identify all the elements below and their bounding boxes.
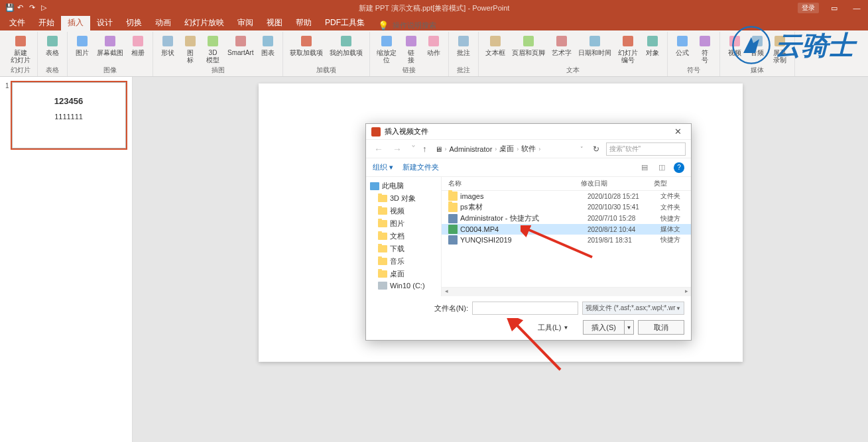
ribbon-button[interactable]: 幻灯片编号 — [615, 33, 641, 65]
ribbon-button[interactable]: 图表 — [257, 33, 279, 58]
column-name[interactable]: 名称 — [442, 179, 581, 188]
ribbon-button[interactable]: 图标 — [180, 33, 201, 65]
tree-item[interactable]: 视频 — [366, 205, 441, 217]
ribbon-button[interactable]: 3D模型 — [202, 33, 223, 65]
tab-animations[interactable]: 动画 — [149, 15, 178, 30]
tab-help[interactable]: 帮助 — [289, 15, 318, 30]
breadcrumb-seg-0[interactable]: Administrator — [450, 145, 493, 153]
tree-item[interactable]: 桌面 — [366, 268, 441, 280]
filetype-dropdown[interactable]: 视频文件 (*.asf;*.asx;*.wpl;*.wr ▼ — [582, 302, 684, 315]
ribbon-button[interactable]: 我的加载项 — [327, 33, 365, 58]
ribbon-button[interactable]: 缩放定位 — [374, 33, 399, 65]
tree-item[interactable]: 下载 — [366, 243, 441, 255]
view-options-icon[interactable]: ▤ — [639, 162, 650, 173]
ribbon-button[interactable]: 相册 — [127, 33, 149, 58]
ribbon-button[interactable]: 艺术字 — [549, 33, 574, 58]
organize-button[interactable]: 组织 ▾ — [373, 162, 393, 172]
undo-icon[interactable]: ↶ — [17, 3, 27, 13]
chevron-right-icon: › — [517, 146, 519, 152]
tab-design[interactable]: 设计 — [90, 15, 119, 30]
ribbon-display-options-icon[interactable]: ▭ — [823, 0, 845, 16]
tab-review[interactable]: 审阅 — [231, 15, 260, 30]
ribbon-button[interactable]: 新建幻灯片 — [8, 33, 33, 65]
ribbon-button[interactable]: 对象 — [642, 33, 663, 58]
file-type: 文件夹 — [660, 192, 680, 201]
tab-file[interactable]: 文件 — [3, 15, 32, 30]
breadcrumb-seg-1[interactable]: 桌面 — [499, 144, 514, 154]
login-button[interactable]: 登录 — [798, 3, 819, 13]
breadcrumb-seg-2[interactable]: 软件 — [521, 144, 536, 154]
slide-thumbnail-1[interactable]: 1 123456 1111111 — [5, 82, 127, 148]
help-icon[interactable]: ? — [674, 162, 684, 173]
svg-rect-20 — [623, 36, 633, 46]
forward-icon[interactable]: → — [390, 144, 404, 154]
back-icon[interactable]: ← — [371, 144, 386, 154]
breadcrumb[interactable]: 🖥 › Administrator › 桌面 › 软件 › ˅ — [431, 144, 587, 154]
horizontal-scrollbar[interactable]: ◂ ▸ — [442, 287, 691, 296]
tree-item[interactable]: 文档 — [366, 230, 441, 243]
svg-rect-16 — [490, 36, 501, 46]
refresh-icon[interactable]: ↻ — [590, 144, 602, 154]
ribbon-button[interactable]: 动作 — [423, 33, 444, 58]
dialog-toolbar: 组织 ▾ 新建文件夹 ▤ ◫ ? — [366, 158, 691, 177]
tools-dropdown[interactable]: 工具(L)▼ — [538, 323, 568, 333]
tab-home[interactable]: 开始 — [32, 15, 61, 30]
svg-rect-22 — [677, 36, 688, 46]
file-row[interactable]: Administrator - 快捷方式2020/7/10 15:28快捷方 — [442, 213, 691, 224]
insert-button[interactable]: 插入(S) — [583, 320, 625, 335]
file-type: 快捷方 — [660, 214, 680, 223]
tab-view[interactable]: 视图 — [260, 15, 289, 30]
file-row[interactable]: images2020/10/28 15:21文件夹 — [442, 191, 691, 201]
file-date: 2020/8/12 10:44 — [588, 226, 660, 233]
ribbon-button[interactable]: 链接 — [401, 33, 422, 65]
new-folder-button[interactable]: 新建文件夹 — [403, 162, 439, 172]
tab-insert[interactable]: 插入 — [61, 15, 90, 30]
tab-pdf-tools[interactable]: PDF工具集 — [318, 15, 371, 30]
ribbon-button[interactable]: 符号 — [694, 33, 715, 65]
tab-transitions[interactable]: 切换 — [119, 15, 149, 30]
file-row[interactable]: YUNQISHI20192019/8/1 18:31快捷方 — [442, 235, 691, 245]
scroll-right-icon[interactable]: ▸ — [682, 288, 691, 297]
ribbon-button[interactable]: 表格 — [42, 33, 63, 58]
tree-item[interactable]: 此电脑 — [366, 180, 441, 192]
minimize-icon[interactable]: — — [845, 0, 868, 16]
svg-rect-12 — [381, 36, 392, 46]
breadcrumb-dropdown-icon[interactable]: ˅ — [580, 146, 586, 152]
tell-me-search[interactable]: 💡 操作说明搜索 — [371, 21, 436, 30]
ribbon-button[interactable]: 屏幕截图 — [94, 33, 126, 58]
column-date[interactable]: 修改日期 — [581, 179, 654, 188]
insert-dropdown-icon[interactable]: ▼ — [625, 320, 634, 335]
folder-icon — [378, 245, 387, 252]
file-row[interactable]: C0004.MP42020/8/12 10:44媒体文 — [442, 224, 691, 235]
tree-item[interactable]: Win10 (C:) — [366, 280, 441, 291]
ribbon-button[interactable]: 日期和时间 — [576, 33, 614, 58]
tree-item-label: 桌面 — [390, 269, 404, 279]
ribbon-button-label: 我的加载项 — [330, 49, 363, 56]
preview-pane-icon[interactable]: ◫ — [656, 162, 667, 173]
scroll-left-icon[interactable]: ◂ — [442, 288, 451, 297]
cancel-button[interactable]: 取消 — [638, 320, 684, 335]
tab-slideshow[interactable]: 幻灯片放映 — [178, 15, 231, 30]
start-from-beginning-icon[interactable]: ▷ — [41, 3, 50, 13]
tree-item[interactable]: 图片 — [366, 217, 441, 230]
ribbon-button[interactable]: SmartArt — [225, 33, 256, 58]
ribbon-button[interactable]: 获取加载项 — [287, 33, 326, 58]
ribbon-button[interactable]: 批注 — [453, 33, 474, 58]
folder-icon — [378, 270, 387, 278]
filename-input[interactable] — [472, 302, 578, 315]
tree-item[interactable]: 音乐 — [366, 255, 441, 268]
tree-item[interactable]: 3D 对象 — [366, 192, 441, 205]
column-type[interactable]: 类型 — [654, 179, 691, 188]
up-icon[interactable]: ↑ — [422, 144, 427, 154]
ribbon-button[interactable]: 公式 — [672, 33, 693, 58]
close-icon[interactable]: ✕ — [670, 125, 686, 138]
ribbon-button[interactable]: 文本框 — [483, 33, 508, 58]
save-icon[interactable]: 💾 — [5, 3, 15, 13]
search-input[interactable]: 搜索"软件" — [606, 142, 686, 156]
file-row[interactable]: ps素材2020/10/30 15:41文件夹 — [442, 201, 691, 213]
recent-dropdown-icon[interactable]: ˅ — [408, 144, 418, 154]
redo-icon[interactable]: ↷ — [29, 3, 38, 13]
ribbon-button[interactable]: 页眉和页脚 — [509, 33, 548, 58]
ribbon-button[interactable]: 图片 — [72, 33, 93, 58]
ribbon-button[interactable]: 形状 — [157, 33, 178, 58]
